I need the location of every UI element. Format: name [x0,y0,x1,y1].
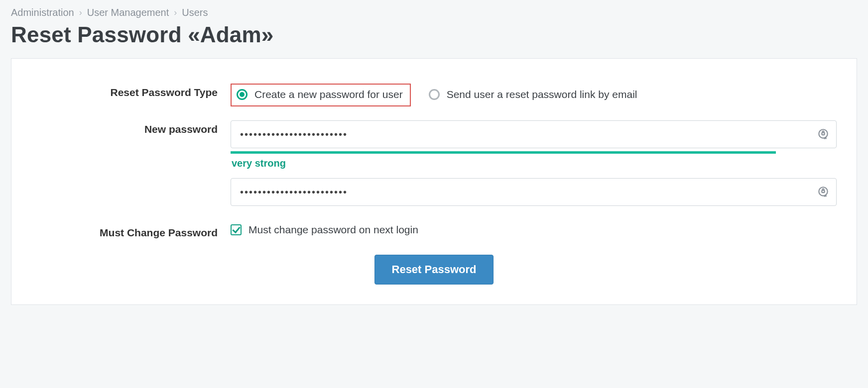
chevron-right-icon: › [174,7,177,18]
breadcrumb: Administration › User Management › Users [11,7,857,18]
breadcrumb-users[interactable]: Users [182,7,208,18]
form-actions: Reset Password [31,255,837,285]
svg-rect-1 [822,133,824,135]
checkbox-icon [231,224,242,235]
new-password-input-wrap [231,120,837,148]
breadcrumb-administration[interactable]: Administration [11,7,74,18]
password-manager-icon[interactable] [817,128,830,141]
checkbox-must-change-label: Must change password on next login [248,224,418,236]
new-password-input[interactable] [231,120,837,148]
radio-group-reset-type: Create a new password for user Send user… [231,84,837,106]
reset-password-button[interactable]: Reset Password [374,255,494,285]
confirm-password-input-wrap [231,178,837,206]
label-new-password: New password [31,120,231,135]
radio-send-email-label: Send user a reset password link by email [447,89,637,100]
chevron-right-icon: › [79,7,82,18]
radio-icon [429,89,440,100]
page-title: Reset Password «Adam» [11,22,857,47]
radio-send-email[interactable]: Send user a reset password link by email [424,85,644,105]
breadcrumb-user-management[interactable]: User Management [87,7,169,18]
row-new-password: New password very strong [31,120,837,210]
label-reset-type: Reset Password Type [31,84,231,98]
row-reset-type: Reset Password Type Create a new passwor… [31,84,837,106]
svg-rect-3 [822,191,824,193]
label-must-change: Must Change Password [31,224,231,239]
radio-create-password[interactable]: Create a new password for user [231,84,411,106]
password-manager-icon[interactable] [817,186,830,198]
row-must-change: Must Change Password Must change passwor… [31,224,837,239]
form-panel: Reset Password Type Create a new passwor… [11,58,857,305]
checkbox-must-change[interactable]: Must change password on next login [231,224,837,236]
password-strength-label: very strong [232,158,837,169]
confirm-password-input[interactable] [231,178,837,206]
radio-create-password-label: Create a new password for user [254,89,403,100]
password-strength-bar [231,151,776,154]
radio-icon [237,89,248,100]
